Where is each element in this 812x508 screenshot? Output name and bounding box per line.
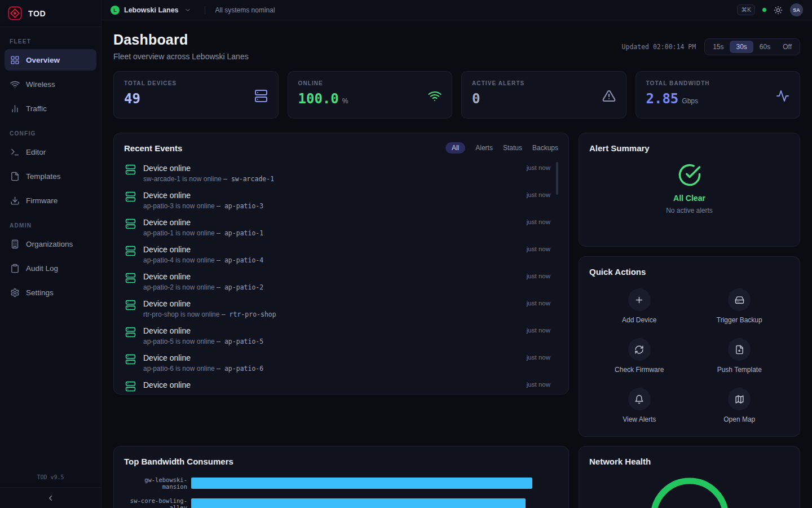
event-row[interactable]: Device online ap-patio-1 is now online —… xyxy=(124,213,558,240)
event-title: Device online xyxy=(143,326,263,336)
event-row[interactable]: Device online ap-patio-2 is now online —… xyxy=(124,268,558,295)
refresh-option-15s[interactable]: 15s xyxy=(707,41,730,53)
app-name: TOD xyxy=(28,9,46,18)
org-switcher[interactable]: L Lebowski Lanes xyxy=(111,6,191,15)
action-label: Open Map xyxy=(723,415,755,423)
event-detail: ap-patio-5 is now online xyxy=(143,338,215,345)
action-open-map[interactable]: Open Map xyxy=(690,383,790,428)
event-device: — sw-arcade-1 xyxy=(223,175,274,183)
bandwidth-chart: gw-lebowski-mansion sw-core-bowling-alle… xyxy=(124,476,558,508)
building-icon xyxy=(10,239,20,249)
command-palette-hint[interactable]: ⌘K xyxy=(737,5,755,15)
event-title: Device online xyxy=(143,380,191,390)
event-detail: ap-patio-6 is now online xyxy=(143,365,215,373)
sidebar-item-traffic[interactable]: Traffic xyxy=(5,98,96,119)
sidebar-item-firmware[interactable]: Firmware xyxy=(5,190,96,211)
activity-icon xyxy=(776,89,789,103)
sidebar-item-settings[interactable]: Settings xyxy=(5,282,96,303)
page-subtitle: Fleet overview across Lebowski Lanes xyxy=(113,52,249,61)
sidebar-item-wireless[interactable]: Wireless xyxy=(5,73,96,95)
download-icon xyxy=(10,196,20,205)
action-trigger-backup[interactable]: Trigger Backup xyxy=(690,284,790,329)
sidebar-nav: FLEET Overview Wireless Traffic CONFIG E… xyxy=(0,27,101,468)
refresh-option-60s[interactable]: 60s xyxy=(753,41,776,53)
filter-status[interactable]: Status xyxy=(503,144,522,152)
sidebar-item-audit-log[interactable]: Audit Log xyxy=(5,257,96,279)
user-avatar[interactable]: SA xyxy=(790,3,803,16)
sun-icon[interactable] xyxy=(774,6,783,15)
stat-card-total-devices: TOTAL DEVICES 49 xyxy=(113,71,279,119)
action-push-template[interactable]: Push Template xyxy=(690,334,790,378)
event-time: just now xyxy=(527,244,550,252)
topbar: L Lebowski Lanes All systems nominal ⌘K … xyxy=(102,0,812,20)
event-row[interactable]: Device online ap-patio-6 is now online —… xyxy=(124,349,558,376)
topbar-divider xyxy=(205,6,205,14)
nav-item-label: Templates xyxy=(26,172,61,181)
server-icon xyxy=(125,354,136,365)
page-title: Dashboard xyxy=(113,32,249,48)
dashboard-content: Dashboard Fleet overview across Lebowski… xyxy=(102,20,812,508)
sidebar-item-overview[interactable]: Overview xyxy=(5,49,96,71)
map-icon xyxy=(728,388,751,410)
wifi-icon xyxy=(428,89,442,103)
filter-alerts[interactable]: Alerts xyxy=(475,144,493,152)
page-header: Dashboard Fleet overview across Lebowski… xyxy=(113,32,800,61)
stat-label: TOTAL DEVICES xyxy=(124,80,176,86)
bar-chart-icon xyxy=(10,104,20,113)
refresh-option-off[interactable]: Off xyxy=(776,41,798,53)
event-time: just now xyxy=(527,190,550,198)
nav-item-label: Organizations xyxy=(26,240,73,248)
action-check-firmware[interactable]: Check Firmware xyxy=(589,334,690,378)
event-row[interactable]: Device online rtr-pro-shop is now online… xyxy=(124,295,558,322)
nav-item-label: Overview xyxy=(26,56,60,64)
app-root: TOD FLEET Overview Wireless Traffic CONF… xyxy=(0,0,812,508)
events-scrollbar[interactable] xyxy=(556,162,558,195)
sidebar-item-templates[interactable]: Templates xyxy=(5,165,96,187)
health-gauge: 100 xyxy=(647,475,732,508)
action-label: Check Firmware xyxy=(615,366,664,374)
sidebar-item-organizations[interactable]: Organizations xyxy=(5,233,96,255)
event-device: — rtr-pro-shop xyxy=(222,310,276,318)
event-detail: ap-patio-2 is now online xyxy=(143,283,215,291)
refresh-interval-control: 15s 30s 60s Off xyxy=(704,38,800,55)
action-label: View Alerts xyxy=(623,415,656,423)
network-health-title: Network Health xyxy=(589,457,651,466)
action-add-device[interactable]: Add Device xyxy=(589,284,690,329)
event-time: just now xyxy=(527,163,550,171)
terminal-icon xyxy=(10,147,20,157)
stats-row: TOTAL DEVICES 49 ONLINE 100.0% ACTIVE AL… xyxy=(113,71,800,119)
tod-logo-icon xyxy=(7,6,23,21)
refresh-option-30s[interactable]: 30s xyxy=(730,41,753,53)
event-row[interactable]: Device online ap-patio-5 is now online —… xyxy=(124,322,558,349)
live-status-dot xyxy=(762,8,766,12)
event-row[interactable]: Device online sw-arcade-1 is now online … xyxy=(124,159,558,186)
server-icon xyxy=(125,246,136,256)
alert-triangle-icon xyxy=(602,89,616,103)
stat-card-online: ONLINE 100.0% xyxy=(288,71,453,119)
recent-events-panel: Recent Events All Alerts Status Backups … xyxy=(113,133,569,395)
event-row[interactable]: Device online just now xyxy=(124,376,558,394)
action-view-alerts[interactable]: View Alerts xyxy=(589,383,690,428)
sidebar-collapse-button[interactable] xyxy=(0,487,101,508)
org-name: Lebowski Lanes xyxy=(124,6,179,14)
main-area: L Lebowski Lanes All systems nominal ⌘K … xyxy=(102,0,812,508)
event-time: just now xyxy=(527,271,550,279)
nav-item-label: Settings xyxy=(26,288,54,297)
filter-all[interactable]: All xyxy=(445,142,465,154)
event-detail: rtr-pro-shop is now online xyxy=(143,310,219,318)
event-device: — ap-patio-4 xyxy=(217,256,263,264)
chevron-left-icon xyxy=(46,494,55,502)
event-row[interactable]: Device online ap-patio-3 is now online —… xyxy=(124,186,558,213)
action-label: Push Template xyxy=(717,366,762,374)
server-icon xyxy=(125,273,136,283)
sidebar-item-editor[interactable]: Editor xyxy=(5,141,96,163)
stat-value: 0 xyxy=(472,91,480,107)
filter-backups[interactable]: Backups xyxy=(532,144,558,152)
bandwidth-panel: Top Bandwidth Consumers gw-lebowski-mans… xyxy=(113,446,569,508)
event-device: — ap-patio-2 xyxy=(217,283,263,291)
event-device: — ap-patio-3 xyxy=(217,202,263,210)
app-logo[interactable]: TOD xyxy=(0,0,101,27)
bandwidth-device-label: sw-core-bowling-alley xyxy=(124,497,187,508)
nav-item-label: Traffic xyxy=(26,104,47,113)
event-row[interactable]: Device online ap-patio-4 is now online —… xyxy=(124,240,558,268)
